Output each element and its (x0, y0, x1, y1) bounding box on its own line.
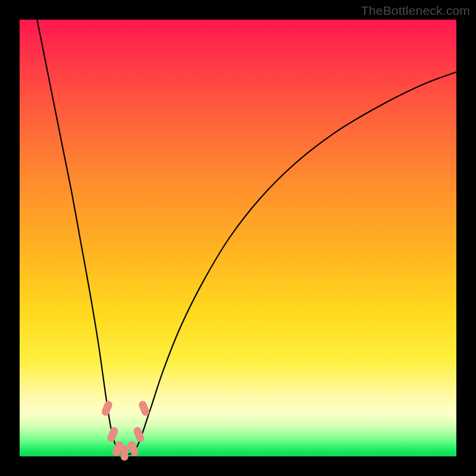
highlight-dot (121, 445, 129, 461)
highlight-dot (106, 426, 119, 443)
watermark-text: TheBottleneck.com (361, 4, 470, 18)
curve-svg (20, 20, 456, 456)
plot-area (20, 20, 456, 456)
chart-frame: TheBottleneck.com (0, 0, 476, 476)
bottleneck-curve (37, 20, 456, 455)
highlight-dot (101, 400, 114, 417)
